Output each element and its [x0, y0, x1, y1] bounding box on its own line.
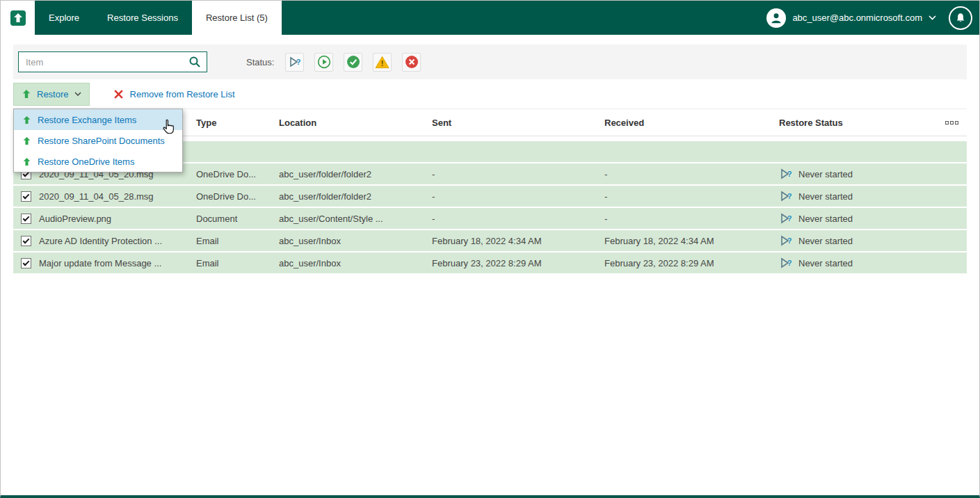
chevron-down-icon [74, 92, 81, 96]
search-icon[interactable] [186, 56, 207, 68]
remove-from-restore-list-button[interactable]: Remove from Restore List [113, 89, 235, 99]
user-email: abc_user@abc.onmicrosoft.com [792, 13, 922, 23]
header-received[interactable]: Received [604, 118, 779, 128]
table-row[interactable]: AudioPreview.png Document abc_user/Conte… [13, 208, 967, 229]
status-filter-group: Status: ? [246, 53, 431, 72]
user-avatar-icon [766, 8, 786, 28]
cell-restore-status: ? Never started [779, 190, 936, 202]
filter-never-started-icon[interactable]: ? [285, 53, 304, 72]
main-nav: Explore Restore Sessions Restore List (5… [35, 1, 282, 35]
filter-failed-icon[interactable] [402, 53, 421, 72]
status-text: Never started [798, 258, 853, 268]
never-started-icon: ? [779, 257, 793, 269]
cell-type: Document [196, 214, 279, 224]
header-sent[interactable]: Sent [432, 118, 604, 128]
cell-location: abc_user/Inbox [279, 236, 432, 246]
header-location[interactable]: Location [279, 118, 432, 128]
notifications-button[interactable] [949, 6, 972, 30]
menu-item-restore-sharepoint[interactable]: Restore SharePoint Documents [14, 130, 182, 151]
restore-portal-logo-icon [8, 8, 28, 28]
menu-item-label: Restore OneDrive Items [38, 156, 134, 167]
table-row[interactable]: Major update from Message ... Email abc_… [13, 252, 967, 273]
cell-restore-status: ? Never started [779, 257, 936, 269]
never-started-icon: ? [779, 168, 793, 180]
cell-received: - [604, 169, 779, 179]
svg-text:?: ? [787, 214, 792, 223]
svg-text:?: ? [296, 58, 301, 66]
cell-sent: - [432, 214, 604, 224]
top-navigation-bar: Explore Restore Sessions Restore List (5… [1, 1, 979, 35]
status-filter-label: Status: [246, 57, 274, 67]
status-text: Never started [798, 214, 853, 224]
nav-tab-explore[interactable]: Explore [35, 1, 93, 35]
cell-type: OneDrive Do... [196, 191, 279, 202]
cell-sent: February 18, 2022 4:34 AM [432, 236, 604, 246]
cell-sent: - [432, 191, 604, 202]
remove-button-label: Remove from Restore List [130, 89, 235, 99]
cell-restore-status: ? Never started [779, 168, 936, 180]
row-checkbox[interactable] [21, 258, 31, 268]
restore-dropdown-menu: Restore Exchange Items Restore SharePoin… [13, 109, 183, 172]
cell-received: February 18, 2022 4:34 AM [604, 236, 779, 246]
cell-sent: February 23, 2022 8:29 AM [432, 258, 604, 268]
cell-type: OneDrive Do... [196, 169, 279, 179]
item-search-box [18, 51, 207, 72]
app-logo [1, 1, 35, 35]
search-input[interactable] [19, 57, 186, 67]
header-type[interactable]: Type [196, 118, 279, 128]
row-checkbox-cell [13, 236, 39, 246]
menu-item-restore-exchange[interactable]: Restore Exchange Items [14, 109, 182, 130]
never-started-icon: ? [779, 190, 793, 202]
status-text: Never started [798, 169, 853, 179]
menu-item-label: Restore SharePoint Documents [38, 136, 165, 146]
restore-button-label: Restore [37, 89, 69, 99]
row-checkbox[interactable] [21, 191, 31, 202]
menu-item-label: Restore Exchange Items [38, 115, 136, 125]
svg-text:?: ? [787, 259, 792, 267]
cell-location: abc_user/folder/folder2 [279, 191, 432, 202]
filter-running-icon[interactable] [314, 53, 333, 72]
svg-text:?: ? [787, 192, 792, 200]
column-options-icon[interactable] [945, 121, 958, 124]
restore-list-toolbar: Restore Remove from Restore List [1, 79, 979, 109]
row-checkbox-cell [13, 191, 39, 202]
cell-type: Email [196, 236, 279, 246]
row-checkbox-cell [13, 214, 39, 224]
filter-bar: Status: ? [13, 45, 967, 79]
cell-restore-status: ? Never started [779, 234, 936, 247]
menu-item-restore-onedrive[interactable]: Restore OneDrive Items [14, 151, 182, 172]
cell-location: abc_user/folder/folder2 [279, 169, 432, 179]
restore-arrow-icon [22, 157, 31, 166]
table-row[interactable]: Azure AD Identity Protection ... Email a… [13, 230, 967, 251]
cell-sent: - [432, 169, 604, 179]
status-text: Never started [798, 236, 853, 246]
row-checkbox[interactable] [21, 236, 31, 246]
cell-type: Email [196, 258, 279, 268]
cell-item: Major update from Message ... [39, 258, 196, 268]
bell-icon [955, 13, 966, 24]
restore-arrow-icon [22, 89, 31, 99]
svg-text:?: ? [787, 170, 792, 178]
restore-button[interactable]: Restore [13, 83, 90, 106]
row-checkbox[interactable] [21, 214, 31, 224]
restore-arrow-icon [22, 136, 31, 145]
filter-warning-icon[interactable]: ! [373, 53, 392, 72]
table-row[interactable]: 2020_09_11_04_05_28.msg OneDrive Do... a… [13, 186, 967, 207]
cell-location: abc_user/Content/Style ... [279, 214, 432, 224]
nav-tab-restore-list[interactable]: Restore List (5) [192, 1, 282, 35]
cell-received: February 23, 2022 8:29 AM [604, 258, 779, 268]
cell-item: Azure AD Identity Protection ... [39, 236, 196, 246]
user-account-menu[interactable]: abc_user@abc.onmicrosoft.com [766, 8, 936, 28]
remove-x-icon [113, 89, 124, 99]
filter-success-icon[interactable] [344, 53, 362, 72]
cell-location: abc_user/Inbox [279, 258, 432, 268]
header-restore-status[interactable]: Restore Status [779, 118, 936, 128]
nav-tab-restore-sessions[interactable]: Restore Sessions [93, 1, 192, 35]
cell-received: - [604, 214, 779, 224]
never-started-icon: ? [779, 212, 793, 225]
restore-arrow-icon [22, 115, 31, 124]
app-window: Explore Restore Sessions Restore List (5… [0, 0, 980, 498]
table-body: 2020_09_11_04_05_20.msg OneDrive Do... a… [13, 163, 967, 273]
status-text: Never started [798, 191, 853, 202]
cell-restore-status: ? Never started [779, 212, 936, 225]
